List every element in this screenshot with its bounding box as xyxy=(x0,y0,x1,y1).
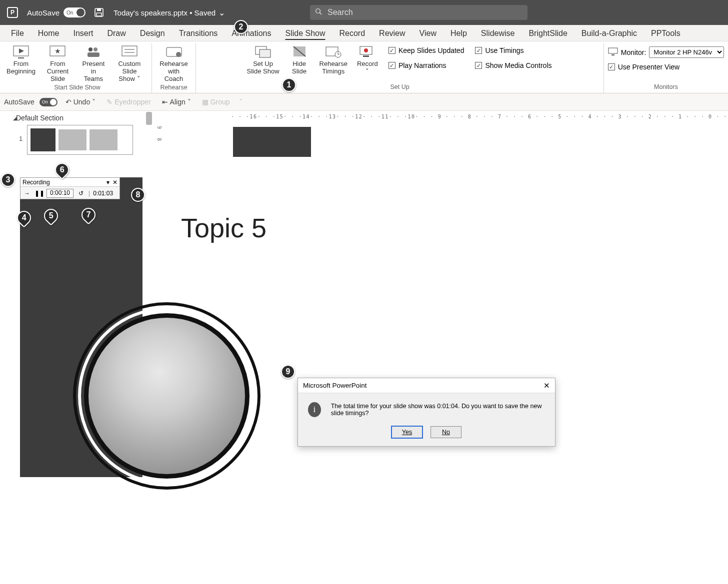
repeat-icon[interactable]: ↺ xyxy=(76,190,86,197)
thumbnail-pane[interactable]: Default Section 1 xyxy=(0,111,145,155)
recording-menu-icon[interactable]: ▾ xyxy=(106,179,110,186)
tab-help[interactable]: Help xyxy=(444,26,474,41)
section-header[interactable]: Default Section xyxy=(0,111,145,125)
tab-brightslide[interactable]: BrightSlide xyxy=(522,26,574,41)
presentation-icon xyxy=(12,44,30,59)
group-setup: Set UpSlide Show HideSlide RehearseTimin… xyxy=(196,43,604,93)
label: RehearseTimings xyxy=(320,60,348,75)
recording-toolbar[interactable]: Recording ▾✕ → ❚❚ 0:00:10 ↺ | 0:01:03 xyxy=(20,177,120,199)
label: Play Narrations xyxy=(398,61,446,69)
group-label: Set Up xyxy=(390,83,409,92)
search-box[interactable]: Search xyxy=(310,5,528,20)
timings-icon xyxy=(324,44,342,59)
recording-close-icon[interactable]: ✕ xyxy=(112,179,118,186)
custom-show-icon xyxy=(120,44,138,59)
chk-play-narrations[interactable]: ✓Play Narrations xyxy=(388,61,464,69)
chk-presenter-view[interactable]: ✓Use Presenter View xyxy=(605,63,680,71)
search-icon xyxy=(315,8,322,17)
tab-buildagraphic[interactable]: Build-a-Graphic xyxy=(574,26,644,41)
chk-keep-updated[interactable]: ✓Keep Slides Updated xyxy=(388,46,464,54)
svg-line-4 xyxy=(320,12,322,14)
tab-file[interactable]: File xyxy=(4,26,31,41)
chevron-down-icon[interactable]: ˅ xyxy=(239,98,242,106)
present-teams-button[interactable]: Presentin Teams xyxy=(80,43,108,84)
save-icon[interactable] xyxy=(94,7,104,18)
total-elapsed-time: 0:01:03 xyxy=(93,190,113,197)
hide-slide-button[interactable]: HideSlide xyxy=(286,43,314,76)
horizontal-ruler: · · ·16· · ·15· · ·14· · ·13· · ·12· · ·… xyxy=(231,114,728,123)
tab-design[interactable]: Design xyxy=(133,26,172,41)
tab-record[interactable]: Record xyxy=(332,26,372,41)
svg-point-17 xyxy=(176,52,181,57)
slide-number: 1 xyxy=(19,135,22,142)
from-beginning-button[interactable]: FromBeginning xyxy=(6,43,36,76)
chk-show-media[interactable]: ✓Show Media Controls xyxy=(475,61,552,69)
undo-button[interactable]: ↶Undo˅ xyxy=(62,98,98,106)
ribbon-tabs: File Home Insert Draw Design Transitions… xyxy=(0,25,728,41)
tab-pptools[interactable]: PPTools xyxy=(644,26,688,41)
label: Group xyxy=(210,98,230,106)
record-button[interactable]: Record˅ xyxy=(354,43,382,76)
svg-point-27 xyxy=(364,48,368,52)
callout-9: 9 xyxy=(281,365,295,379)
align-button[interactable]: ⇤Align˅ xyxy=(159,98,194,106)
from-current-button[interactable]: ★ FromCurrent Slide xyxy=(39,43,76,84)
eyedropper-button: ✎Eyedropper xyxy=(104,98,154,106)
autosave-toggle[interactable]: On xyxy=(64,7,86,17)
group-label: Start Slide Show xyxy=(54,84,100,92)
group-label: Monitors xyxy=(654,83,678,92)
tab-insert[interactable]: Insert xyxy=(66,26,100,41)
label: Keep Slides Updated xyxy=(398,46,464,54)
callout-2: 2 xyxy=(234,20,248,34)
tab-transitions[interactable]: Transitions xyxy=(172,26,225,41)
svg-rect-28 xyxy=(363,55,369,57)
slide-thumbnail[interactable] xyxy=(27,125,133,155)
tab-draw[interactable]: Draw xyxy=(100,26,132,41)
rehearse-coach-button[interactable]: Rehearsewith Coach xyxy=(155,43,192,84)
qat-autosave-toggle[interactable]: On xyxy=(40,98,58,106)
next-slide-icon[interactable]: → xyxy=(22,190,32,197)
qat-autosave-label: AutoSave xyxy=(4,98,34,106)
tab-animations[interactable]: Animations xyxy=(224,26,278,41)
yes-button[interactable]: Yes xyxy=(392,426,422,438)
svg-point-10 xyxy=(88,47,92,51)
svg-rect-29 xyxy=(608,48,618,53)
svg-rect-12 xyxy=(88,52,100,57)
svg-marker-6 xyxy=(19,48,24,53)
chk-use-timings[interactable]: ✓Use Timings xyxy=(475,46,552,54)
tab-review[interactable]: Review xyxy=(372,26,412,41)
label: Set UpSlide Show xyxy=(246,60,279,75)
group-label: Rehearse xyxy=(160,84,187,92)
chevron-down-icon[interactable]: ˅ xyxy=(92,98,96,106)
ribbon: FromBeginning ★ FromCurrent Slide Presen… xyxy=(0,41,728,93)
file-name[interactable]: Today's speakers.pptx • Saved xyxy=(114,8,216,17)
pause-icon[interactable]: ❚❚ xyxy=(34,190,44,197)
rehearse-timings-button[interactable]: RehearseTimings xyxy=(316,43,350,76)
toggle-knob xyxy=(76,8,84,16)
app-icon: P xyxy=(7,7,18,18)
tab-slideshow[interactable]: Slide Show xyxy=(278,26,332,41)
chevron-down-icon[interactable]: ˅ xyxy=(188,98,191,106)
label: FromCurrent Slide xyxy=(42,60,74,83)
svg-point-3 xyxy=(316,8,320,13)
monitor-select[interactable]: Monitor 2 HP N246v xyxy=(649,46,724,58)
setup-icon xyxy=(254,44,272,59)
label: Use Timings xyxy=(485,46,524,54)
label: Rehearsewith Coach xyxy=(158,60,190,83)
group-monitors: Monitor: Monitor 2 HP N246v ✓Use Present… xyxy=(604,43,728,93)
label: Align xyxy=(170,98,186,106)
no-button[interactable]: No xyxy=(430,426,462,438)
callout-1: 1 xyxy=(282,78,296,92)
custom-show-button[interactable]: Custom SlideShow ˅ xyxy=(110,43,148,84)
setup-show-button[interactable]: Set UpSlide Show xyxy=(244,43,282,76)
tab-slidewise[interactable]: Slidewise xyxy=(474,26,522,41)
tab-home[interactable]: Home xyxy=(31,26,66,41)
tab-view[interactable]: View xyxy=(412,26,444,41)
hide-icon xyxy=(290,44,308,59)
dialog-close-icon[interactable]: ✕ xyxy=(544,381,550,390)
filename-chevron-icon[interactable]: ⌄ xyxy=(218,8,225,17)
thumb-scrollbar[interactable] xyxy=(146,112,152,125)
slide-elapsed-time: 0:00:10 xyxy=(46,189,74,198)
monitor-icon xyxy=(608,47,618,57)
speaker-photo xyxy=(73,302,260,490)
